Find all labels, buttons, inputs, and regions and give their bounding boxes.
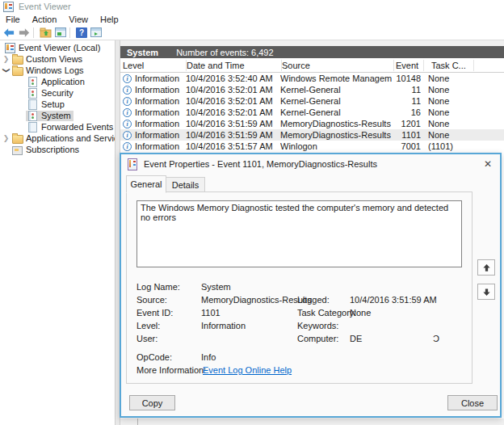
folder-icon [12,67,23,76]
column-header-date[interactable]: Date and Time [187,60,282,71]
tree-item-label: System [41,111,71,120]
event-level-cell: iInformation [120,141,186,151]
previous-event-button[interactable] [477,259,495,276]
task-category-value: None [350,308,371,318]
event-level-cell: iInformation [120,96,186,106]
logged-value: 10/4/2016 3:51:59 AM [350,295,437,305]
sidebar-item-security[interactable]: Security [0,87,115,99]
event-description-box[interactable]: The Windows Memory Diagnostic tested the… [136,200,462,267]
log-name-value: System [201,282,231,292]
forward-icon[interactable] [18,27,31,39]
sidebar-item-event-viewer-local[interactable]: Event Viewer (Local) [0,42,115,53]
event-source-cell: Kernel-General [280,85,392,95]
event-id-cell: 11 [392,85,421,95]
sidebar-item-subscriptions[interactable]: Subscriptions [0,144,115,155]
table-row[interactable]: iInformation10/4/2016 3:51:57 AMWinlogon… [120,141,504,152]
more-information-label: More Information: [136,365,206,375]
tree-item-label: Custom Views [26,54,82,64]
tree-item-label: Event Viewer (Local) [19,43,100,53]
next-event-button[interactable] [477,284,495,300]
column-header-eventid[interactable]: Event ID [394,60,424,71]
console-tree-panel: Event Viewer (Local)❯Custom Views❯Window… [0,40,115,425]
help-icon[interactable]: ? [76,27,87,38]
tree-item-inner: Security [26,88,76,99]
create-custom-view-icon[interactable] [54,27,67,39]
level-value: Information [201,321,246,330]
copy-button[interactable]: Copy [129,395,175,410]
panel-top-strip [120,40,504,46]
tree-item-inner: Subscriptions [10,145,82,155]
log-plain-icon [28,122,37,133]
menu-view[interactable]: View [69,15,88,24]
close-icon[interactable]: ✕ [481,157,495,170]
panel-bottom-strip [120,419,504,425]
dialog-titlebar: Event Properties - Event 1101, MemoryDia… [121,154,500,174]
tree-item-label: Applications and Services Lo [26,133,115,143]
event-id-cell: 1201 [392,119,421,128]
event-level-text: Information [135,141,179,151]
event-viewer-app-icon [3,2,14,12]
tree-item-label: Security [41,88,74,98]
tab-general[interactable]: General [126,175,166,193]
sidebar-item-windows-logs[interactable]: ❯Windows Logs [0,65,115,76]
event-task-category-cell: None [421,119,470,128]
tree-item-label: Setup [41,99,65,109]
table-row[interactable]: iInformation10/4/2016 3:52:01 AMKernel-G… [120,95,504,107]
subs-icon [12,146,23,155]
event-level-cell: iInformation [120,119,186,128]
back-icon[interactable] [2,27,15,39]
sidebar-item-system[interactable]: System [0,110,115,121]
task-category-label: Task Category: [297,308,356,318]
event-id-cell: 11 [392,96,421,106]
menu-action[interactable]: Action [32,15,57,24]
sidebar-item-application[interactable]: Application [0,76,115,87]
open-saved-log-icon[interactable] [39,27,52,39]
log-plain-icon [28,99,37,110]
event-level-text: Information [135,74,179,83]
event-level-cell: iInformation [120,74,186,83]
menu-help[interactable]: Help [100,15,119,24]
table-row[interactable]: iInformation10/4/2016 3:51:59 AMMemoryDi… [120,129,504,141]
table-row[interactable]: iInformation10/4/2016 3:52:40 AMWindows … [120,73,504,84]
column-header-task[interactable]: Task C... [424,60,474,71]
chevron-expanded-icon[interactable]: ❯ [2,66,10,75]
event-task-category-cell: None [421,85,470,95]
close-button[interactable]: Close [447,395,498,410]
table-row[interactable]: iInformation10/4/2016 3:52:01 AMKernel-G… [120,107,504,118]
show-action-pane-icon[interactable] [90,27,103,39]
event-source-cell: MemoryDiagnostics-Results [280,130,392,140]
information-icon: i [123,74,132,83]
column-header-source[interactable]: Source [282,60,394,71]
event-datetime-cell: 10/4/2016 3:52:01 AM [186,85,280,95]
table-row[interactable]: iInformation10/4/2016 3:51:59 AMMemoryDi… [120,118,504,129]
event-task-category-cell: None [421,74,470,83]
chevron-collapsed-icon[interactable]: ❯ [2,55,10,63]
sidebar-item-forwarded-events[interactable]: Forwarded Events [0,121,115,133]
event-log-online-help-link[interactable]: Event Log Online Help [203,365,292,375]
sidebar-item-custom-views[interactable]: ❯Custom Views [0,53,115,65]
event-level-text: Information [135,119,179,128]
tab-details[interactable]: Details [166,177,205,193]
tree-item-inner: Setup [26,99,67,110]
event-properties-dialog: Event Properties - Event 1101, MemoryDia… [120,153,502,418]
sidebar-item-setup[interactable]: Setup [0,99,115,110]
column-header-level[interactable]: Level [120,60,187,71]
information-icon: i [123,97,132,106]
events-table-header: LevelDate and TimeSourceEvent IDTask C..… [120,59,504,73]
level-label: Level: [136,321,160,330]
event-datetime-cell: 10/4/2016 3:51:59 AM [186,130,280,140]
menu-bar: FileActionViewHelp [0,13,504,25]
opcode-label: OpCode: [136,352,172,362]
event-id-cell: 1101 [392,130,421,140]
event-datetime-cell: 10/4/2016 3:51:57 AM [186,141,280,151]
sidebar-item-applications-and-services-lo[interactable]: ❯Applications and Services Lo [0,133,115,144]
menu-file[interactable]: File [6,15,20,24]
events-table-body: iInformation10/4/2016 3:52:40 AMWindows … [120,73,504,152]
event-id-cell: 10148 [392,74,421,83]
computer-value-extra: Ɔ [433,334,439,343]
tree-item-inner: Applications and Services Lo [10,133,115,144]
table-row[interactable]: iInformation10/4/2016 3:52:01 AMKernel-G… [120,84,504,95]
chevron-collapsed-icon[interactable]: ❯ [2,134,10,142]
log-icon [28,111,37,121]
tree-item-inner: Custom Views [10,54,85,65]
